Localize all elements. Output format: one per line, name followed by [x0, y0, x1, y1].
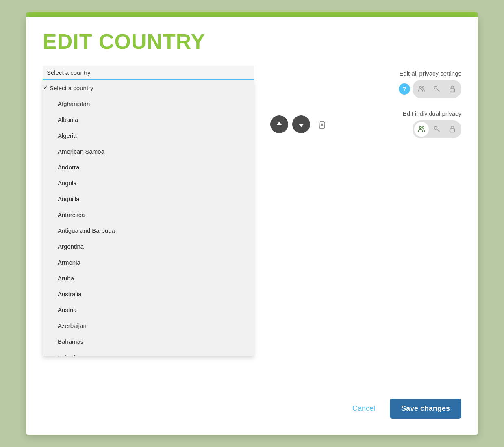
trash-icon	[317, 119, 327, 129]
modal-body: EDIT COUNTRY Select a country Select a c…	[26, 17, 478, 435]
up-arrow-icon	[275, 120, 283, 128]
svg-point-6	[434, 126, 437, 129]
key-icon	[433, 85, 441, 93]
action-buttons-row: Edit individual privacy	[270, 110, 461, 138]
all-privacy-group-btn[interactable]	[414, 82, 429, 96]
dropdown-item[interactable]: Aruba	[43, 270, 254, 286]
svg-point-1	[422, 87, 424, 88]
save-changes-button[interactable]: Save changes	[390, 399, 461, 419]
selected-country-label: Select a country	[47, 69, 91, 76]
down-arrow-icon	[297, 120, 305, 128]
help-button[interactable]: ?	[399, 83, 410, 95]
dropdown-item[interactable]: Anguilla	[43, 191, 254, 207]
dropdown-item[interactable]: Angola	[43, 175, 254, 191]
individual-privacy-lock-btn[interactable]	[445, 122, 460, 137]
svg-point-4	[419, 126, 421, 128]
all-privacy-label: Edit all privacy settings	[270, 70, 461, 77]
svg-rect-3	[450, 89, 455, 92]
all-privacy-lock-btn[interactable]	[445, 82, 460, 96]
all-privacy-icon-group	[413, 80, 461, 98]
move-up-button[interactable]	[270, 115, 288, 133]
delete-button[interactable]	[314, 117, 330, 132]
individual-privacy-group-btn[interactable]	[414, 122, 429, 137]
dropdown-item[interactable]: Afghanistan	[43, 96, 254, 112]
dropdown-item[interactable]: Bahamas	[43, 334, 254, 349]
question-mark-icon: ?	[403, 86, 406, 92]
action-individual-row: Edit individual privacy	[270, 110, 461, 141]
modal-title: EDIT COUNTRY	[43, 29, 461, 54]
dropdown-item[interactable]: Antarctica	[43, 207, 254, 223]
lock-icon	[448, 85, 456, 93]
dropdown-item[interactable]: Algeria	[43, 128, 254, 143]
dropdown-item[interactable]: American Samoa	[43, 143, 254, 159]
all-privacy-key-btn[interactable]	[430, 82, 444, 96]
svg-point-5	[422, 127, 424, 128]
svg-point-0	[419, 86, 421, 88]
country-select-header: Select a country	[43, 66, 254, 80]
dropdown-item[interactable]: Select a country	[43, 80, 254, 96]
move-down-button[interactable]	[292, 115, 310, 133]
individual-privacy-key-btn[interactable]	[430, 122, 444, 137]
country-dropdown-list[interactable]: Select a countryAfghanistanAlbaniaAlgeri…	[43, 80, 254, 356]
svg-point-2	[434, 86, 437, 89]
svg-rect-7	[450, 129, 455, 132]
dropdown-item[interactable]: Antigua and Barbuda	[43, 223, 254, 239]
dropdown-item[interactable]: Argentina	[43, 239, 254, 254]
all-privacy-section: Edit all privacy settings ?	[270, 70, 461, 98]
right-panel: Edit all privacy settings ?	[270, 66, 461, 141]
left-panel: Select a country Select a countryAfghani…	[43, 66, 254, 356]
all-privacy-controls: ?	[270, 80, 461, 98]
modal-wrapper: EDIT COUNTRY Select a country Select a c…	[26, 12, 478, 435]
dropdown-item[interactable]: Bahrain	[43, 349, 254, 356]
dropdown-item[interactable]: Azerbaijan	[43, 318, 254, 334]
dropdown-item[interactable]: Albania	[43, 112, 254, 128]
individual-privacy-icon-group	[413, 120, 461, 138]
individual-privacy-label: Edit individual privacy	[403, 110, 461, 117]
content-area: Select a country Select a countryAfghani…	[43, 66, 461, 356]
dropdown-item[interactable]: Andorra	[43, 159, 254, 175]
bottom-actions: Cancel Save changes	[344, 399, 461, 419]
people-active-icon	[417, 125, 426, 133]
key-icon-individual	[433, 125, 441, 133]
modal-top-bar	[26, 12, 478, 17]
dropdown-item[interactable]: Austria	[43, 302, 254, 318]
cancel-button[interactable]: Cancel	[344, 399, 383, 418]
lock-icon-individual	[448, 125, 456, 133]
dropdown-item[interactable]: Armenia	[43, 254, 254, 270]
dropdown-item[interactable]: Australia	[43, 286, 254, 302]
people-icon	[417, 85, 426, 93]
individual-privacy-section: Edit individual privacy	[403, 110, 461, 138]
